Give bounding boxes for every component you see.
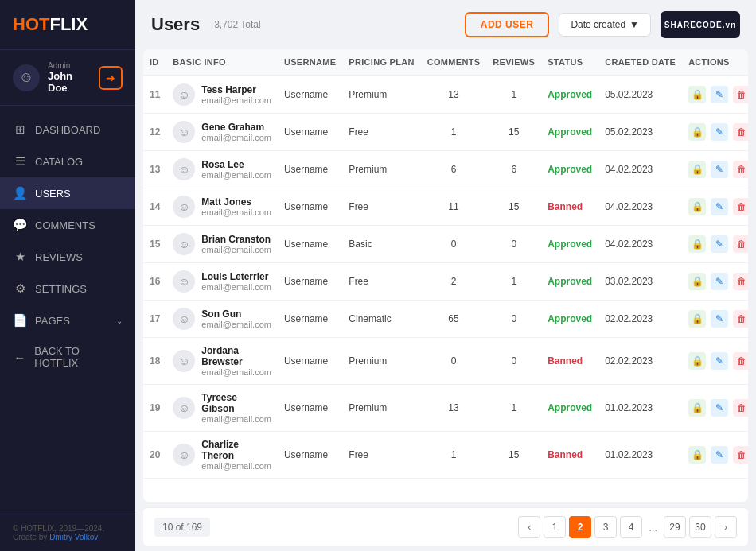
lock-icon[interactable]: 🔒	[688, 235, 706, 253]
delete-icon[interactable]: 🗑	[733, 310, 748, 328]
pages-icon: 📄	[13, 313, 27, 328]
pagination: ‹ 1 2 3 4 ... 29 30 ›	[518, 516, 737, 538]
sidebar-item-settings[interactable]: ⚙ SETTINGS	[0, 273, 135, 305]
brand-flix: FLIX	[49, 14, 88, 34]
cell-username: Username	[278, 338, 342, 385]
lock-icon[interactable]: 🔒	[688, 446, 706, 464]
sidebar-item-catalog[interactable]: ☰ CATALOG	[0, 146, 135, 177]
cell-reviews: 0	[486, 226, 541, 263]
user-info: Admin John Doe	[48, 61, 91, 94]
next-page-button[interactable]: ›	[715, 516, 737, 538]
dashboard-icon: ⊞	[13, 122, 27, 137]
cell-actions: 🔒 ✎ 🗑	[682, 76, 748, 114]
delete-icon[interactable]: 🗑	[733, 123, 748, 141]
delete-icon[interactable]: 🗑	[733, 86, 748, 103]
edit-icon[interactable]: ✎	[711, 446, 728, 464]
delete-icon[interactable]: 🗑	[733, 273, 748, 290]
sidebar-item-back[interactable]: ← BACK TO HOTFLIX	[0, 336, 135, 378]
user-avatar: ☺	[173, 196, 195, 218]
delete-icon[interactable]: 🗑	[733, 446, 748, 464]
status-badge: Approved	[548, 313, 592, 324]
col-comments: COMMENTS	[421, 49, 487, 76]
edit-icon[interactable]: ✎	[711, 161, 728, 178]
lock-icon[interactable]: 🔒	[688, 273, 706, 290]
cell-plan: Premium	[342, 76, 420, 114]
edit-icon[interactable]: ✎	[711, 123, 728, 141]
avatar: ☺	[13, 64, 40, 91]
table-row: 18 ☺ Jordana Brewster email@email.com Us…	[143, 338, 748, 385]
lock-icon[interactable]: 🔒	[688, 198, 706, 215]
cell-id: 19	[143, 385, 166, 432]
delete-icon[interactable]: 🗑	[733, 161, 748, 178]
logout-button[interactable]: ➜	[99, 66, 123, 90]
page-2-button[interactable]: 2	[569, 516, 591, 538]
col-pricing-plan: PRICING PLAN	[342, 49, 420, 76]
cell-plan: Premium	[342, 151, 420, 188]
results-info: 10 of 169	[154, 518, 210, 537]
table-row: 16 ☺ Louis Leterrier email@email.com Use…	[143, 263, 748, 301]
lock-icon[interactable]: 🔒	[688, 86, 706, 103]
sidebar-item-reviews[interactable]: ★ REVIEWS	[0, 241, 135, 273]
page-3-button[interactable]: 3	[594, 516, 617, 538]
edit-icon[interactable]: ✎	[711, 86, 728, 103]
delete-icon[interactable]: 🗑	[733, 198, 748, 215]
edit-icon[interactable]: ✎	[711, 399, 728, 417]
cell-basic-info: ☺ Gene Graham email@email.com	[166, 114, 278, 151]
sidebar-item-pages[interactable]: 📄 PAGES ⌄	[0, 305, 135, 336]
table-footer: 10 of 169 ‹ 1 2 3 4 ... 29 30 ›	[143, 507, 748, 546]
cell-plan: Cinematic	[342, 301, 420, 338]
edit-icon[interactable]: ✎	[711, 352, 728, 370]
sidebar-item-label: SETTINGS	[35, 283, 87, 295]
user-role: Admin	[48, 61, 91, 70]
table-row: 11 ☺ Tess Harper email@email.com Usernam…	[143, 76, 748, 114]
cell-date: 04.02.2023	[598, 151, 682, 188]
user-full-name: Tess Harper	[201, 84, 271, 95]
sidebar-item-dashboard[interactable]: ⊞ DASHBOARD	[0, 114, 135, 146]
cell-username: Username	[278, 188, 342, 226]
cell-actions: 🔒 ✎ 🗑	[682, 188, 748, 226]
lock-icon[interactable]: 🔒	[688, 399, 706, 417]
edit-icon[interactable]: ✎	[711, 198, 728, 215]
page-1-button[interactable]: 1	[544, 516, 566, 538]
nav-menu: ⊞ DASHBOARD ☰ CATALOG 👤 USERS 💬 COMMENTS…	[0, 106, 135, 514]
edit-icon[interactable]: ✎	[711, 310, 728, 328]
lock-icon[interactable]: 🔒	[688, 352, 706, 370]
lock-icon[interactable]: 🔒	[688, 310, 706, 328]
edit-icon[interactable]: ✎	[711, 235, 728, 253]
page-4-button[interactable]: 4	[620, 516, 642, 538]
footer-creator-link[interactable]: Dmitry Volkov	[49, 533, 98, 541]
cell-username: Username	[278, 301, 342, 338]
prev-page-button[interactable]: ‹	[518, 516, 540, 538]
delete-icon[interactable]: 🗑	[733, 352, 748, 370]
cell-plan: Free	[342, 263, 420, 301]
add-user-button[interactable]: ADD USER	[465, 12, 550, 37]
cell-basic-info: ☺ Jordana Brewster email@email.com	[166, 338, 278, 385]
cell-status: Approved	[541, 263, 598, 301]
page-header: Users 3,702 Total ADD USER Date created …	[135, 0, 756, 49]
cell-status: Approved	[541, 114, 598, 151]
status-badge: Banned	[548, 201, 583, 212]
page-29-button[interactable]: 29	[664, 516, 686, 538]
lock-icon[interactable]: 🔒	[688, 161, 706, 178]
page-30-button[interactable]: 30	[689, 516, 711, 538]
sidebar-item-label: DASHBOARD	[35, 124, 100, 136]
delete-icon[interactable]: 🗑	[733, 235, 748, 253]
cell-actions: 🔒 ✎ 🗑	[682, 338, 748, 385]
users-table-container: ID BASIC INFO USERNAME PRICING PLAN COMM…	[143, 49, 748, 502]
cell-date: 02.02.2023	[598, 301, 682, 338]
cell-id: 13	[143, 151, 166, 188]
sidebar-item-comments[interactable]: 💬 COMMENTS	[0, 209, 135, 241]
table-row: 14 ☺ Matt Jones email@email.com Username…	[143, 188, 748, 226]
user-full-name: Jordana Brewster	[201, 345, 271, 367]
user-email: email@email.com	[201, 170, 271, 180]
sidebar-item-users[interactable]: 👤 USERS	[0, 177, 135, 209]
user-avatar: ☺	[173, 397, 195, 419]
lock-icon[interactable]: 🔒	[688, 123, 706, 141]
delete-icon[interactable]: 🗑	[733, 399, 748, 417]
cell-comments: 13	[421, 76, 487, 114]
cell-date: 01.02.2023	[598, 432, 682, 479]
cell-username: Username	[278, 432, 342, 479]
date-sort-button[interactable]: Date created ▼	[559, 13, 651, 37]
cell-plan: Free	[342, 188, 420, 226]
edit-icon[interactable]: ✎	[711, 273, 728, 290]
